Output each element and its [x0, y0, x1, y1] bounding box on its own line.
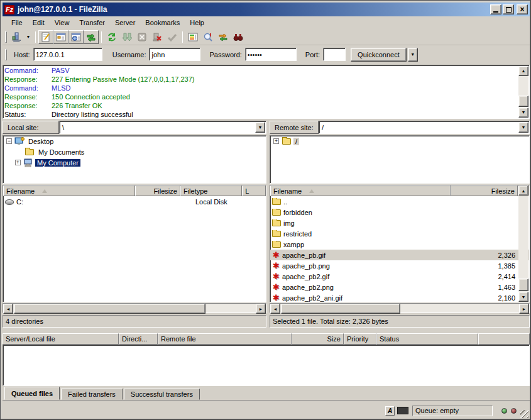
expand-icon[interactable]: +: [273, 138, 279, 144]
tab-successful-transfers[interactable]: Successful transfers: [124, 389, 200, 400]
maximize-icon: [506, 7, 512, 13]
quickconnect-bar: Host: Username: Password: Port: Quickcon…: [3, 45, 530, 64]
quickconnect-grip[interactable]: [5, 49, 7, 60]
column-remote-file[interactable]: Remote file: [158, 333, 292, 345]
process-queue-button[interactable]: [119, 30, 134, 44]
scroll-thumb[interactable]: [518, 279, 528, 291]
find-files-button[interactable]: [231, 30, 246, 44]
scroll-thumb[interactable]: [281, 304, 400, 314]
titlebar[interactable]: Fz john@127.0.0.1 - FileZilla ×: [3, 3, 530, 16]
remote-file-row[interactable]: xampp: [270, 239, 529, 250]
remote-file-row[interactable]: forbidden: [270, 207, 529, 218]
scroll-up-button[interactable]: ▲: [518, 66, 528, 76]
right-arrow-icon: ►: [259, 307, 263, 311]
tab-queued-files[interactable]: Queued files: [4, 387, 60, 400]
column-priority[interactable]: Priority: [344, 333, 376, 345]
column-status[interactable]: Status: [376, 333, 478, 345]
remote-file-row[interactable]: img: [270, 218, 529, 228]
folder-icon: [272, 220, 281, 226]
remote-file-list[interactable]: Filename Filesize .. forbidden img restr…: [270, 185, 530, 302]
menu-view[interactable]: View: [50, 18, 75, 28]
log-text: Directory listing successful: [52, 110, 133, 119]
toggle-queue-button[interactable]: [84, 30, 99, 44]
username-input[interactable]: [149, 48, 200, 61]
scroll-up-button[interactable]: ▲: [518, 185, 528, 196]
password-input[interactable]: [245, 48, 297, 61]
scroll-left-button[interactable]: ◄: [3, 304, 13, 314]
quickconnect-button[interactable]: Quickconnect: [351, 48, 407, 62]
local-hscrollbar[interactable]: ◄ ►: [3, 303, 266, 313]
local-file-list[interactable]: Filename Filesize Filetype L C: Local Di…: [3, 185, 266, 302]
minimize-button[interactable]: [490, 4, 501, 14]
remote-file-row[interactable]: ..: [270, 196, 529, 207]
scroll-right-button[interactable]: ►: [519, 304, 529, 314]
column-filename[interactable]: Filename: [3, 185, 135, 196]
menu-edit[interactable]: Edit: [28, 18, 50, 28]
reconnect-button[interactable]: [165, 30, 180, 44]
column-direction[interactable]: Directi...: [119, 333, 158, 345]
collapse-icon[interactable]: −: [6, 138, 12, 144]
resize-grip[interactable]: [520, 410, 528, 418]
scroll-down-button[interactable]: ▼: [518, 292, 528, 302]
refresh-button[interactable]: [104, 30, 119, 44]
synchronized-browsing-button[interactable]: [216, 30, 231, 44]
tree-item-my-computer[interactable]: + My Computer: [3, 157, 266, 168]
remote-file-row[interactable]: ✱apache_pb2_ani.gif 2,160: [270, 292, 529, 302]
column-filesize[interactable]: Filesize: [451, 185, 518, 196]
remote-file-row[interactable]: restricted: [270, 228, 529, 239]
remote-site-combo[interactable]: / ▼: [319, 121, 530, 134]
scroll-down-button[interactable]: ▼: [518, 108, 528, 118]
remote-hscrollbar[interactable]: ◄ ►: [270, 303, 530, 313]
local-file-row[interactable]: C: Local Disk: [3, 196, 266, 207]
remote-file-row-selected[interactable]: ✱apache_pb.gif 2,326: [270, 250, 529, 260]
menu-transfer[interactable]: Transfer: [74, 18, 110, 28]
message-log[interactable]: Command:PASV Response:227 Entering Passi…: [3, 65, 530, 119]
toggle-local-tree-button[interactable]: [53, 30, 68, 44]
local-site-combo[interactable]: \ ▼: [59, 121, 266, 134]
queue-list[interactable]: [3, 345, 530, 386]
log-scrollbar[interactable]: ▲ ▼: [518, 66, 528, 118]
toolbar-grip[interactable]: [5, 31, 7, 43]
column-last-modified[interactable]: L: [242, 185, 266, 196]
combo-dropdown-button[interactable]: ▼: [255, 122, 265, 133]
scroll-thumb[interactable]: [518, 96, 528, 107]
toggle-remote-tree-button[interactable]: [68, 30, 84, 44]
remote-file-row[interactable]: ✱apache_pb.png 1,385: [270, 260, 529, 271]
quickconnect-dropdown[interactable]: ▼: [408, 48, 418, 62]
speed-limits-icon[interactable]: [397, 407, 408, 414]
close-button[interactable]: ×: [517, 4, 528, 14]
menu-file[interactable]: File: [6, 18, 28, 28]
column-size[interactable]: Size: [292, 333, 344, 345]
cancel-operation-button[interactable]: [134, 30, 150, 44]
remote-tree[interactable]: + /: [270, 135, 530, 184]
scroll-left-button[interactable]: ◄: [270, 304, 280, 314]
scroll-thumb[interactable]: [14, 304, 205, 314]
host-input[interactable]: [33, 48, 102, 61]
tree-item-desktop[interactable]: − Desktop: [3, 136, 266, 146]
remote-file-row[interactable]: ✱apache_pb2.gif 2,414: [270, 271, 529, 282]
expand-icon[interactable]: +: [15, 160, 21, 165]
remote-vscrollbar[interactable]: ▲ ▼: [518, 185, 528, 302]
site-manager-dropdown[interactable]: ▼: [24, 30, 33, 44]
directory-filter-button[interactable]: [185, 30, 200, 44]
tree-item-root[interactable]: + /: [270, 136, 529, 146]
menu-help[interactable]: Help: [185, 18, 209, 28]
maximize-button[interactable]: [503, 4, 514, 14]
directory-comparison-button[interactable]: [200, 30, 216, 44]
site-manager-button[interactable]: [9, 30, 24, 44]
disconnect-button[interactable]: [150, 30, 165, 44]
menu-bookmarks[interactable]: Bookmarks: [140, 18, 185, 28]
column-server-local-file[interactable]: Server/Local file: [3, 333, 119, 345]
column-filename[interactable]: Filename: [270, 185, 451, 196]
local-tree[interactable]: − Desktop My Documents +: [3, 135, 266, 184]
toggle-message-log-button[interactable]: [38, 30, 53, 44]
remote-file-row[interactable]: ✱apache_pb2.png 1,463: [270, 282, 529, 292]
tree-item-my-documents[interactable]: My Documents: [3, 146, 266, 157]
menu-server[interactable]: Server: [110, 18, 140, 28]
port-input[interactable]: [323, 48, 346, 61]
combo-dropdown-button[interactable]: ▼: [518, 122, 528, 133]
tab-failed-transfers[interactable]: Failed transfers: [61, 389, 123, 400]
column-filetype[interactable]: Filetype: [180, 185, 242, 196]
column-filesize[interactable]: Filesize: [135, 185, 180, 196]
scroll-right-button[interactable]: ►: [256, 304, 266, 314]
